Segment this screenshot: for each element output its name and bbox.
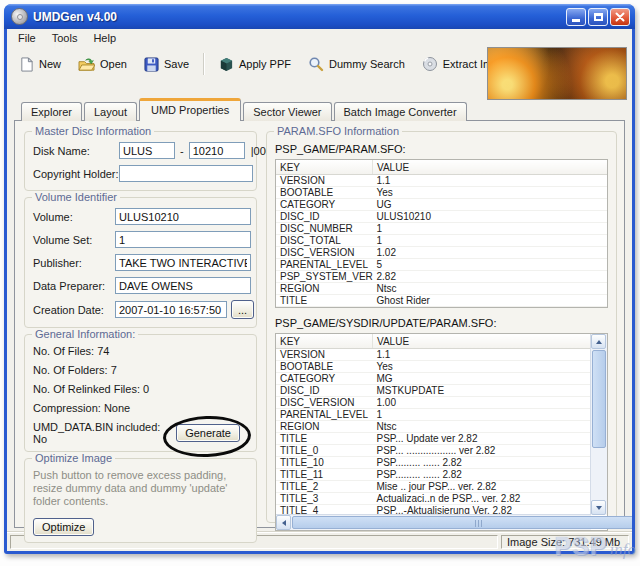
app-disc-icon — [11, 8, 28, 25]
disk-name-number-input[interactable] — [189, 142, 245, 159]
window-title: UMDGen v4.00 — [33, 10, 561, 24]
table-row[interactable]: DISC_IDULUS10210 — [276, 211, 607, 223]
horizontal-scroll-thumb[interactable] — [292, 516, 632, 529]
scroll-left-button[interactable] — [276, 515, 291, 530]
close-button[interactable] — [610, 8, 630, 26]
table-row[interactable]: DISC_VERSION1.02 — [276, 247, 607, 259]
groupbox-general-information: General Information: No. Of Files: 74 No… — [24, 334, 257, 452]
dummy-search-button[interactable]: Dummy Search — [300, 52, 413, 76]
table-row[interactable]: CATEGORYMG — [276, 373, 591, 385]
save-floppy-icon — [144, 57, 159, 72]
save-button[interactable]: Save — [136, 53, 197, 76]
volume-set-label: Volume Set: — [33, 234, 115, 246]
copyright-holder-label: Copyright Holder: — [33, 168, 119, 180]
scroll-up-button[interactable] — [591, 334, 606, 349]
tab-umd-properties[interactable]: UMD Properties — [139, 98, 241, 121]
group-title: Volume Identifier — [32, 191, 120, 203]
open-button[interactable]: Open — [70, 53, 135, 76]
tab-batch-image-converter[interactable]: Batch Image Converter — [334, 102, 467, 121]
horizontal-scrollbar[interactable] — [276, 514, 591, 530]
vertical-scrollbar[interactable] — [590, 334, 607, 515]
window-controls — [566, 8, 630, 26]
info-line-relinked: No. Of Relinked Files: 0 — [33, 383, 248, 395]
optimize-button[interactable]: Optimize — [33, 518, 94, 536]
scroll-down-button[interactable] — [591, 500, 606, 515]
info-line-files: No. Of Files: 74 — [33, 345, 248, 357]
table-row[interactable]: DISC_NUMBER1 — [276, 223, 607, 235]
toolbar-separator — [203, 53, 205, 75]
group-title: PARAM.SFO Information — [274, 125, 402, 137]
desktop: UMDGen v4.00 File Tools Help — [0, 0, 640, 566]
group-title: Optimize Image — [32, 452, 115, 464]
apply-ppf-button[interactable]: Apply PPF — [211, 53, 299, 76]
close-icon — [615, 12, 625, 22]
disk-name-label: Disk Name: — [33, 145, 119, 157]
minimize-icon — [572, 19, 580, 22]
disk-name-code-input[interactable] — [119, 142, 175, 159]
tab-layout[interactable]: Layout — [84, 102, 137, 121]
table-row[interactable]: DISC_TOTAL1 — [276, 235, 607, 247]
status-pane-image-size: Image Size: 731.49 Mb — [501, 535, 629, 549]
search-icon — [308, 56, 324, 72]
minimize-button[interactable] — [566, 8, 586, 26]
table-row[interactable]: TITLE_11PSP......... ...... 2.82 — [276, 469, 591, 481]
table-row[interactable]: TITLE_0PSP... .................. ver 2.8… — [276, 445, 591, 457]
table-row[interactable]: TITLEGhost Rider — [276, 295, 607, 307]
table-row[interactable]: REGIONNtsc — [276, 283, 607, 295]
column-header-key[interactable]: KEY — [276, 334, 373, 349]
table-row[interactable]: DISC_IDMSTKUPDATE — [276, 385, 591, 397]
column-header-key[interactable]: KEY — [276, 160, 373, 175]
generate-button[interactable]: Generate — [176, 424, 240, 442]
new-button[interactable]: New — [11, 53, 69, 76]
groupbox-optimize-image: Optimize Image Push button to remove exc… — [24, 458, 257, 543]
table-row[interactable]: PARENTAL_LEVEL5 — [276, 259, 607, 271]
groupbox-volume-identifier: Volume Identifier Volume: Volume Set: Pu… — [24, 197, 257, 328]
table-row[interactable]: DISC_VERSION1.00 — [276, 397, 591, 409]
titlebar: UMDGen v4.00 — [4, 4, 635, 29]
table-row[interactable]: VERSION1.1 — [276, 349, 591, 361]
arrow-up-icon — [596, 340, 602, 344]
image-size-text: Image Size: 731.49 Mb — [507, 536, 620, 548]
table-row[interactable]: TITLEPSP... Update ver 2.82 — [276, 433, 591, 445]
menu-item-file[interactable]: File — [11, 31, 43, 45]
volume-set-input[interactable] — [115, 231, 251, 248]
creation-date-input[interactable] — [115, 301, 227, 318]
date-browse-button[interactable]: ... — [231, 300, 254, 319]
table-row[interactable]: VERSION1.1 — [276, 175, 607, 187]
groupbox-master-disc-information: Master Disc Information Disk Name: - |00… — [24, 131, 257, 191]
optimize-description: Push button to remove excess padding, re… — [33, 469, 248, 508]
maximize-button[interactable] — [588, 8, 608, 26]
table-row[interactable]: TITLE_3Actualizaci..n de PSP... ver. 2.8… — [276, 493, 591, 505]
table-row[interactable]: PSP_SYSTEM_VER2.82 — [276, 271, 607, 283]
table-row[interactable]: BOOTABLEYes — [276, 187, 607, 199]
open-folder-icon — [78, 57, 95, 72]
menu-item-tools[interactable]: Tools — [45, 31, 85, 45]
table-row[interactable]: REGIONNtsc — [276, 421, 591, 433]
publisher-label: Publisher: — [33, 257, 115, 269]
copyright-holder-input[interactable] — [119, 165, 253, 182]
volume-label: Volume: — [33, 211, 115, 223]
maximize-icon — [594, 13, 603, 21]
vertical-scroll-thumb[interactable] — [592, 350, 606, 448]
param-sfo-table-1: KEY VALUE VERSION1.1BOOTABLEYesCATEGORYU… — [275, 159, 608, 308]
tab-sector-viewer[interactable]: Sector Viewer — [243, 102, 331, 121]
info-line-compression: Compression: None — [33, 402, 248, 414]
column-header-value[interactable]: VALUE — [373, 160, 608, 175]
disk-name-separator: - — [180, 145, 184, 157]
column-header-value[interactable]: VALUE — [373, 334, 592, 349]
table-row[interactable]: TITLE_2Mise .. jour PSP... ver. 2.82 — [276, 481, 591, 493]
menu-item-help[interactable]: Help — [86, 31, 123, 45]
table-row[interactable]: TITLE_10PSP......... ...... 2.82 — [276, 457, 591, 469]
group-title: General Information: — [32, 328, 138, 340]
table-row[interactable]: PARENTAL_LEVEL1 — [276, 409, 591, 421]
patch-cube-icon — [219, 57, 234, 72]
tab-explorer[interactable]: Explorer — [21, 102, 82, 121]
table-row[interactable]: CATEGORYUG — [276, 199, 607, 211]
toolbar-row: New Open Save Apply PPF — [7, 46, 632, 98]
info-line-folders: No. Of Folders: 7 — [33, 364, 248, 376]
table-row[interactable]: BOOTABLEYes — [276, 361, 591, 373]
data-preparer-input[interactable] — [115, 277, 251, 294]
volume-input[interactable] — [115, 208, 251, 225]
publisher-input[interactable] — [115, 254, 251, 271]
data-preparer-label: Data Preparer: — [33, 280, 115, 292]
